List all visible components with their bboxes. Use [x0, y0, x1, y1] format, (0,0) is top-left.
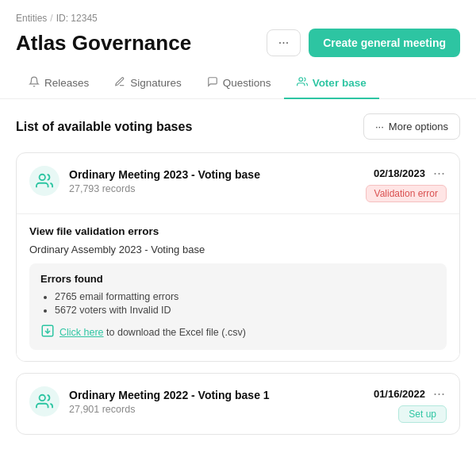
card-badge-setup-2: Set up — [398, 405, 447, 423]
errors-list: 2765 email formatting errors 5672 voters… — [40, 291, 436, 316]
card-dots-button-2[interactable]: ··· — [432, 386, 447, 401]
list-title: List of available voting bases — [16, 120, 192, 134]
voting-base-card-2: Ordinary Meeting 2022 - Voting base 1 27… — [16, 373, 460, 435]
breadcrumb: Entities / ID: 12345 — [16, 13, 460, 24]
card-info-2: Ordinary Meeting 2022 - Voting base 1 27… — [69, 389, 270, 415]
card-date-1: 02/18/2023 — [374, 167, 425, 179]
header-actions: ··· Create general meeting — [267, 29, 460, 57]
breadcrumb-sep: / — [50, 13, 52, 24]
breadcrumb-entities: Entities — [16, 13, 47, 24]
tab-voter-base-label: Voter base — [313, 77, 367, 89]
tab-questions[interactable]: Questions — [194, 68, 284, 99]
card-badge-error-1: Validation error — [366, 185, 447, 202]
card-date-row-1: 02/18/2023 ··· — [374, 166, 447, 180]
card-info-1: Ordinary Meeting 2023 - Voting base 27,7… — [69, 168, 260, 194]
svg-point-4 — [40, 395, 45, 401]
header-row: Atlas Governance ··· Create general meet… — [16, 29, 460, 57]
error-item-1: 2765 email formatting errors — [55, 291, 436, 302]
card-date-2: 01/16/2022 — [374, 388, 425, 400]
svg-point-1 — [40, 175, 45, 180]
download-link[interactable]: Click here — [60, 327, 104, 338]
tab-signatures-label: Signatures — [130, 77, 182, 89]
card-expanded-1: View file validation errors Ordinary Ass… — [17, 213, 459, 361]
more-options-button[interactable]: ··· More options — [363, 113, 460, 140]
content: List of available voting bases ··· More … — [0, 99, 476, 460]
card-date-row-2: 01/16/2022 ··· — [374, 386, 447, 401]
more-options-label: More options — [389, 121, 448, 132]
card-name-1: Ordinary Meeting 2023 - Voting base — [69, 168, 260, 181]
breadcrumb-id: ID: 12345 — [56, 13, 98, 24]
create-meeting-button[interactable]: Create general meeting — [309, 29, 460, 57]
avatar-2 — [29, 386, 60, 416]
card-left-1: Ordinary Meeting 2023 - Voting base 27,7… — [29, 166, 260, 196]
more-options-dots: ··· — [375, 121, 384, 132]
list-header: List of available voting bases ··· More … — [16, 113, 460, 140]
more-header-button[interactable]: ··· — [267, 29, 301, 56]
download-icon — [40, 324, 55, 340]
errors-box-title: Errors found — [40, 273, 436, 285]
tab-questions-label: Questions — [223, 77, 271, 89]
download-link-row: Click here to download the Excel file (.… — [40, 324, 436, 340]
tab-releases-label: Releases — [44, 77, 89, 89]
tabs: Releases Signatures Questions Voter base — [0, 68, 476, 99]
download-suffix: to download the Excel file (.csv) — [104, 327, 246, 338]
page-title: Atlas Governance — [16, 31, 191, 56]
expanded-title-1: View file validation errors — [29, 225, 447, 237]
card-top-1: Ordinary Meeting 2023 - Voting base 27,7… — [17, 153, 459, 213]
card-right-2: 01/16/2022 ··· Set up — [374, 386, 447, 423]
signatures-icon — [114, 76, 125, 90]
tab-signatures[interactable]: Signatures — [102, 68, 194, 99]
tab-voter-base[interactable]: Voter base — [284, 68, 379, 99]
questions-icon — [207, 76, 218, 90]
errors-box: Errors found 2765 email formatting error… — [29, 263, 447, 350]
voting-base-card-1: Ordinary Meeting 2023 - Voting base 27,7… — [16, 152, 460, 362]
avatar-1 — [29, 166, 60, 196]
download-text: Click here to download the Excel file (.… — [60, 327, 246, 338]
card-top-2: Ordinary Meeting 2022 - Voting base 1 27… — [17, 374, 459, 434]
voter-base-icon — [297, 76, 308, 90]
card-records-2: 27,901 records — [69, 404, 270, 415]
card-records-1: 27,793 records — [69, 183, 260, 194]
svg-point-0 — [299, 78, 303, 82]
header: Entities / ID: 12345 Atlas Governance ··… — [0, 0, 476, 57]
card-dots-button-1[interactable]: ··· — [432, 166, 447, 180]
error-item-2: 5672 voters with Invalid ID — [55, 305, 436, 316]
card-name-2: Ordinary Meeting 2022 - Voting base 1 — [69, 389, 270, 401]
expanded-subtitle-1: Ordinary Assembly 2023 - Voting base — [29, 244, 447, 255]
releases-icon — [29, 76, 40, 90]
card-right-1: 02/18/2023 ··· Validation error — [366, 166, 447, 202]
tab-releases[interactable]: Releases — [16, 68, 102, 99]
card-left-2: Ordinary Meeting 2022 - Voting base 1 27… — [29, 386, 270, 416]
